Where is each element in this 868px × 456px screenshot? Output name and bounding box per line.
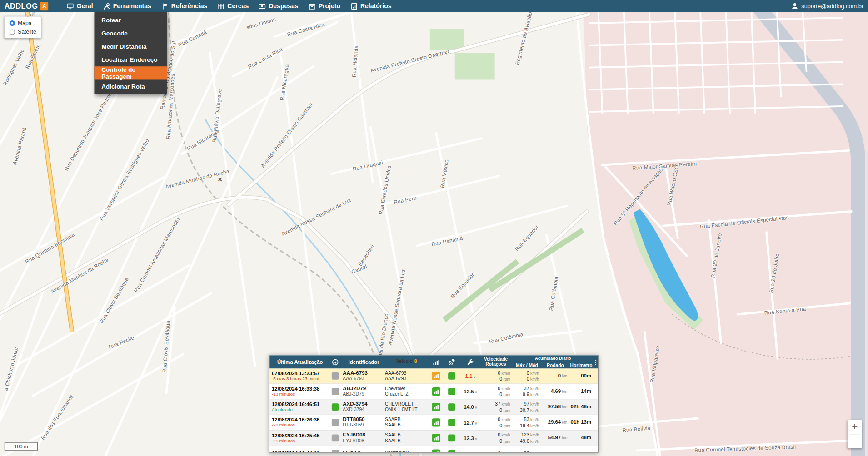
col-group-acumulado: Acumulado Diário Máx / Méd Rodado Horíme… bbox=[513, 355, 594, 368]
row-checkbox[interactable] bbox=[331, 403, 339, 411]
oneway-arrow-icon: → bbox=[45, 187, 52, 193]
gps-status-icon[interactable] bbox=[448, 434, 455, 441]
row-last-update: 12/08/2024 16:25:45-21 minutos bbox=[269, 432, 328, 443]
menu-refer-ncias[interactable]: Referências bbox=[156, 0, 213, 12]
gps-status-icon[interactable] bbox=[448, 388, 455, 395]
col-max-med[interactable]: Máx / Méd bbox=[513, 362, 541, 369]
row-checkbox[interactable] bbox=[331, 419, 339, 426]
row-checkbox[interactable] bbox=[331, 372, 339, 380]
menu-despesas[interactable]: Despesas bbox=[254, 0, 303, 12]
gps-status-icon[interactable] bbox=[448, 419, 455, 426]
map-type-label: Satélite bbox=[18, 29, 36, 35]
support-link[interactable]: suporte@addlog.com.br bbox=[791, 2, 863, 10]
row-identifier: DTT8050DTT-8059 bbox=[342, 417, 385, 428]
app-window: Reis CavalheiroRua BelémRodrigues VelhoA… bbox=[0, 0, 868, 456]
row-max-med: 0 km/h0 km/h bbox=[513, 370, 541, 382]
col-veiculo[interactable]: Veículo 8 bbox=[385, 355, 428, 368]
gps-status-icon[interactable] bbox=[448, 450, 455, 453]
row-checkbox[interactable] bbox=[331, 388, 339, 395]
signal-status-icon[interactable] bbox=[432, 434, 440, 442]
tools-item-rotear[interactable]: Rotear bbox=[94, 13, 167, 26]
row-vehicle: AAA-6793AAA-6793 bbox=[385, 371, 428, 382]
row-rodado: 4.69 km bbox=[541, 388, 569, 395]
map-type-mapa[interactable]: Mapa bbox=[10, 20, 36, 26]
menu-ferramentas[interactable]: Ferramentas bbox=[98, 0, 156, 12]
more-options-icon[interactable]: ⋮ bbox=[594, 355, 598, 368]
support-icon bbox=[791, 2, 798, 10]
vehicle-panel-header: Última Atualização Identificador Veículo… bbox=[269, 355, 598, 368]
tools-item-localizar-endere-o[interactable]: Localizar Endereço bbox=[94, 53, 167, 66]
menu-label: Referências bbox=[171, 3, 208, 10]
signal-status-icon[interactable] bbox=[432, 449, 440, 452]
row-last-update: 12/08/2024 16:26:36-20 minutos bbox=[269, 417, 328, 428]
tools-item-geocode[interactable]: Geocode bbox=[94, 26, 167, 40]
menu-label: Geral bbox=[77, 3, 93, 10]
vehicle-row[interactable]: 12/08/2024 16:46:51AtualizadoAXD-3794AXD… bbox=[269, 400, 598, 415]
vehicle-panel: Última Atualização Identificador Veículo… bbox=[269, 355, 599, 453]
monitor-icon bbox=[67, 2, 74, 10]
col-rodado[interactable]: Rodado bbox=[541, 362, 569, 369]
vehicle-row[interactable]: 12/08/2024 16:25:45-21 minutosEYJ6D08EYJ… bbox=[269, 431, 598, 446]
radio-mapa[interactable] bbox=[10, 20, 15, 25]
zoom-in-button[interactable]: + bbox=[848, 420, 862, 434]
signal-status-icon[interactable] bbox=[432, 403, 440, 411]
map-type-label: Mapa bbox=[18, 20, 32, 26]
signal-status-icon[interactable] bbox=[432, 372, 440, 380]
menu-projeto[interactable]: Projeto bbox=[304, 0, 345, 12]
col-identificador[interactable]: Identificador bbox=[342, 355, 385, 368]
zoom-out-button[interactable]: − bbox=[848, 434, 862, 448]
row-horimeter: 00m bbox=[569, 373, 594, 379]
tools-item-adicionar-rota[interactable]: Adicionar Rota bbox=[94, 79, 167, 93]
wrench-icon bbox=[459, 355, 482, 368]
signal-status-icon[interactable] bbox=[432, 418, 440, 426]
vehicle-row[interactable]: 12/08/2024 16:44:11LUCASI/CITROEN0 km/h8… bbox=[269, 446, 598, 453]
row-checkbox[interactable] bbox=[331, 450, 339, 453]
col-ultima-atualizacao[interactable]: Última Atualização bbox=[269, 355, 328, 368]
row-identifier: AXD-3794AXD-3794 bbox=[342, 401, 385, 413]
radio-satelite[interactable] bbox=[10, 29, 15, 35]
row-horimeter: 02h 48m bbox=[569, 404, 594, 410]
support-email: suporte@addlog.com.br bbox=[801, 3, 863, 10]
topbar-menu: GeralFerramentasReferênciasCercasDespesa… bbox=[62, 0, 397, 12]
row-rodado: 0 km bbox=[541, 373, 569, 379]
row-horimeter: 48m bbox=[569, 435, 594, 441]
row-voltage: 12.5 v bbox=[459, 388, 482, 394]
money-icon bbox=[259, 2, 266, 10]
menu-geral[interactable]: Geral bbox=[62, 0, 98, 12]
row-identifier: AAA-6793AAA-6793 bbox=[342, 370, 385, 382]
col-horimetro[interactable]: Horímetro bbox=[569, 362, 594, 369]
menu-relat-rios[interactable]: Relatórios bbox=[345, 0, 397, 12]
tools-item-medir-dist-ncia[interactable]: Medir Distância bbox=[94, 40, 167, 53]
row-vehicle: ChevroletCruzer LTZ bbox=[385, 386, 428, 397]
vehicle-row[interactable]: 07/08/2024 13:23:57-5 dias 3 horas 23 mi… bbox=[269, 368, 598, 384]
row-last-update: 12/08/2024 16:44:11 bbox=[269, 451, 328, 453]
row-last-update: 12/08/2024 16:46:51Atualizado bbox=[269, 401, 328, 412]
row-checkbox[interactable] bbox=[331, 434, 339, 441]
row-voltage: 12.7 v bbox=[459, 420, 482, 426]
row-max-med: 53 km/h19.4 km/h bbox=[513, 416, 541, 428]
gps-status-icon[interactable] bbox=[448, 372, 455, 380]
map-type-satelite[interactable]: Satélite bbox=[10, 29, 36, 35]
satellite-icon bbox=[444, 355, 459, 368]
row-speed-rpm: 0 km/h0 rpm bbox=[481, 432, 512, 444]
map-type-control: Mapa Satélite bbox=[5, 17, 41, 39]
gps-status-icon[interactable] bbox=[448, 403, 455, 411]
menu-label: Projeto bbox=[319, 3, 340, 10]
signal-status-icon[interactable] bbox=[432, 387, 440, 396]
menu-cercas[interactable]: Cercas bbox=[212, 0, 254, 12]
topbar: ADDLOG A GeralFerramentasReferênciasCerc… bbox=[0, 0, 868, 12]
row-identifier: LUCAS bbox=[342, 451, 385, 453]
vehicle-row[interactable]: 12/08/2024 16:33:38-13 minutosABJ2D79ABJ… bbox=[269, 384, 598, 400]
flag-icon bbox=[161, 2, 169, 10]
row-speed-rpm: 0 km/h0 rpm bbox=[481, 386, 512, 397]
tools-icon bbox=[103, 2, 110, 10]
report-icon bbox=[350, 2, 358, 10]
tools-item-controle-de-passagem[interactable]: Controle de Passagem bbox=[94, 66, 167, 79]
vehicle-row[interactable]: 12/08/2024 16:26:36-20 minutosDTT8050DTT… bbox=[269, 415, 598, 431]
logo[interactable]: ADDLOG A bbox=[0, 2, 49, 10]
box-icon bbox=[309, 2, 316, 10]
col-velocidade-rotacoes[interactable]: Velocidade Rotações bbox=[481, 355, 512, 368]
row-identifier: EYJ6D08EYJ-6D08 bbox=[342, 432, 385, 444]
menu-label: Relatórios bbox=[360, 3, 392, 10]
menu-label: Despesas bbox=[269, 3, 299, 10]
